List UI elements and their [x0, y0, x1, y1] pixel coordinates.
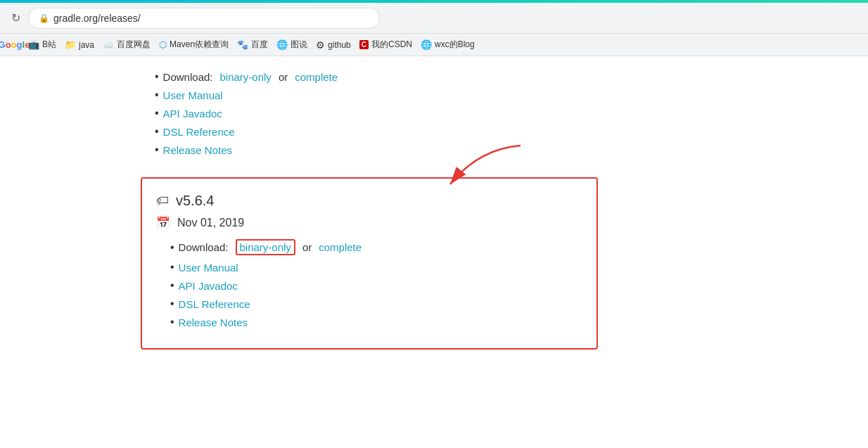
maven-label: Maven依赖查询: [170, 39, 229, 51]
wxc-label: wxc的Blog: [435, 39, 475, 51]
date-text: Nov 01, 2019: [177, 217, 244, 229]
bookmark-java[interactable]: 📁 java: [65, 39, 94, 50]
google-icon: Google: [8, 39, 20, 51]
dsl-reference-link[interactable]: DSL Reference: [163, 126, 235, 138]
list-item-dsl-reference: DSL Reference: [155, 125, 868, 138]
bookmark-bilibili[interactable]: 📺 B站: [28, 39, 56, 51]
wxc-icon: 🌐: [421, 39, 432, 50]
bookmarks-bar: Google 📺 B站 📁 java ☁️ 百度网盘 ⬡ Maven依赖查询 🐾…: [0, 34, 868, 56]
download-label: Download:: [163, 71, 213, 83]
tag-icon: 🏷: [156, 193, 169, 208]
bookmark-tushuo[interactable]: 🌐 图说: [276, 39, 307, 51]
bilibili-icon: 📺: [28, 39, 39, 50]
baidu-icon: 🐾: [237, 39, 248, 50]
csdn-label: 我的CSDN: [371, 39, 412, 51]
list-item-user-manual-v564: User Manual: [170, 261, 575, 274]
release-notes-link[interactable]: Release Notes: [163, 144, 232, 156]
date-row: 📅 Nov 01, 2019: [156, 216, 575, 229]
java-label: java: [79, 40, 94, 50]
complete-link-v564[interactable]: complete: [319, 241, 362, 253]
bookmark-baidupan[interactable]: ☁️ 百度网盘: [103, 39, 151, 51]
user-manual-link-v564[interactable]: User Manual: [179, 262, 238, 274]
bookmark-baidu[interactable]: 🐾 百度: [237, 39, 268, 51]
list-item-release-notes-v564: Release Notes: [170, 316, 575, 328]
calendar-icon: 📅: [156, 216, 170, 229]
bookmark-wxc[interactable]: 🌐 wxc的Blog: [421, 39, 475, 51]
highlighted-section-wrapper: 🏷 v5.6.4 📅 Nov 01, 2019: [141, 177, 598, 364]
user-manual-link[interactable]: User Manual: [163, 89, 223, 101]
complete-link[interactable]: complete: [295, 71, 338, 83]
bookmark-maven[interactable]: ⬡ Maven依赖查询: [159, 39, 229, 51]
lock-icon: 🔒: [39, 13, 49, 23]
bookmark-google[interactable]: Google: [8, 39, 20, 51]
list-item-release-notes: Release Notes: [155, 143, 868, 156]
bookmark-csdn[interactable]: C 我的CSDN: [359, 39, 412, 51]
browser-chrome: ↻ 🔒 gradle.org/releases/: [0, 3, 868, 34]
list-item-download: Download: binary-only or complete: [155, 70, 868, 83]
page-content: Download: binary-only or complete User M…: [0, 56, 868, 448]
binary-only-box: binary-only: [236, 239, 295, 255]
link-list-v564: Download: binary-only or complete User M…: [156, 239, 575, 328]
maven-icon: ⬡: [159, 39, 167, 50]
highlight-box: 🏷 v5.6.4 📅 Nov 01, 2019: [141, 177, 598, 350]
github-icon: ⚙: [316, 39, 325, 51]
github-label: github: [328, 40, 351, 50]
link-list-previous: Download: binary-only or complete User M…: [141, 70, 868, 156]
api-javadoc-link[interactable]: API Javadoc: [163, 108, 222, 120]
list-item-api-javadoc: API Javadoc: [155, 107, 868, 120]
tushuo-icon: 🌐: [276, 39, 288, 50]
binary-only-link[interactable]: binary-only: [220, 71, 272, 83]
list-item-download-v564: Download: binary-only or complete: [170, 239, 575, 255]
release-notes-link-v564[interactable]: Release Notes: [179, 316, 248, 328]
baidupan-icon: ☁️: [103, 39, 114, 50]
address-bar[interactable]: 🔒 gradle.org/releases/: [28, 8, 380, 29]
version-section-previous: Download: binary-only or complete User M…: [141, 70, 868, 156]
refresh-button[interactable]: ↻: [8, 11, 23, 25]
csdn-icon: C: [359, 40, 369, 49]
baidu-label: 百度: [251, 39, 268, 51]
binary-only-link-v564[interactable]: binary-only: [240, 241, 291, 253]
version-header: 🏷 v5.6.4: [156, 193, 575, 209]
api-javadoc-link-v564[interactable]: API Javadoc: [179, 280, 238, 292]
list-item-user-manual: User Manual: [155, 89, 868, 101]
version-label: v5.6.4: [176, 193, 214, 209]
or-text: or: [279, 71, 288, 83]
url-text: gradle.org/releases/: [53, 13, 141, 24]
download-label-v564: Download:: [179, 241, 229, 253]
bookmark-github[interactable]: ⚙ github: [316, 39, 351, 51]
list-item-dsl-reference-v564: DSL Reference: [170, 297, 575, 310]
baidupan-label: 百度网盘: [117, 39, 151, 51]
java-folder-icon: 📁: [65, 39, 76, 50]
dsl-reference-link-v564[interactable]: DSL Reference: [179, 298, 250, 310]
bilibili-label: B站: [42, 39, 56, 51]
tushuo-label: 图说: [291, 39, 307, 51]
list-item-api-javadoc-v564: API Javadoc: [170, 279, 575, 292]
or-text-v564: or: [302, 241, 312, 253]
